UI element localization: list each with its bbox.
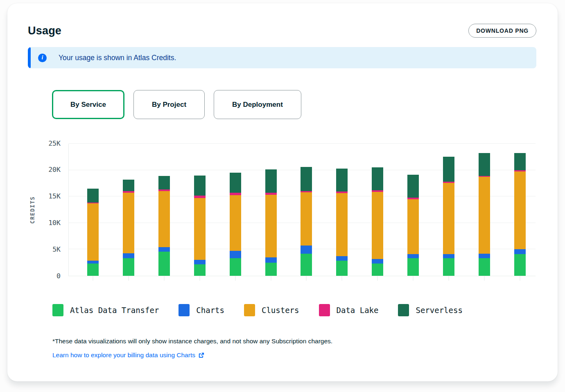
bar-segment-clusters[interactable]	[265, 195, 277, 257]
external-link-icon	[198, 352, 204, 358]
bar-segment-charts[interactable]	[230, 251, 241, 258]
x-tick	[271, 276, 271, 281]
bar-segment-serverless[interactable]	[479, 153, 490, 176]
bar-segment-serverless[interactable]	[301, 167, 312, 191]
tab-by-project[interactable]: By Project	[133, 90, 205, 119]
bar-stack[interactable]	[87, 144, 99, 276]
bar-stack[interactable]	[230, 144, 241, 276]
x-tick	[199, 276, 200, 281]
x-tick	[93, 276, 93, 281]
bar-stack[interactable]	[514, 144, 526, 276]
bar-segment-atlas-data-transfer[interactable]	[158, 252, 170, 276]
y-tick-label: 15K	[48, 193, 61, 200]
tab-by-deployment[interactable]: By Deployment	[214, 90, 301, 119]
banner-message: Your usage is shown in Atlas Credits.	[59, 54, 176, 62]
bar-segment-charts[interactable]	[87, 261, 99, 264]
billing-data-charts-link[interactable]: Learn how to explore your billing data u…	[52, 351, 204, 359]
card-header: Usage DOWNLOAD PNG	[7, 3, 558, 38]
y-axis: 05K10K15K20K25K	[7, 144, 61, 276]
bar-segment-charts[interactable]	[372, 259, 383, 264]
bar-stack[interactable]	[194, 144, 206, 276]
bar-segment-atlas-data-transfer[interactable]	[407, 258, 419, 276]
plot-area	[68, 144, 536, 276]
bar-stack[interactable]	[372, 144, 383, 276]
bar-segment-atlas-data-transfer[interactable]	[123, 258, 134, 276]
x-tick	[235, 276, 235, 281]
bar-segment-clusters[interactable]	[301, 192, 312, 246]
tab-by-service[interactable]: By Service	[52, 90, 124, 119]
bar-segment-atlas-data-transfer[interactable]	[372, 264, 383, 276]
bar-segment-atlas-data-transfer[interactable]	[336, 261, 348, 276]
bar-segment-clusters[interactable]	[87, 203, 99, 261]
bar-segment-atlas-data-transfer[interactable]	[87, 264, 99, 276]
bar-segment-charts[interactable]	[479, 254, 490, 258]
bar-segment-charts[interactable]	[265, 257, 277, 263]
bar-segment-charts[interactable]	[336, 256, 348, 260]
bar-segment-serverless[interactable]	[372, 167, 383, 190]
bar-stack[interactable]	[443, 144, 454, 276]
bar-segment-clusters[interactable]	[479, 177, 490, 253]
footnote: *These data visualizations will only sho…	[52, 338, 558, 345]
bar-segment-clusters[interactable]	[372, 192, 383, 259]
bar-segment-atlas-data-transfer[interactable]	[194, 264, 206, 276]
legend-item-clusters[interactable]: Clusters	[244, 304, 299, 316]
bar-segment-serverless[interactable]	[336, 169, 348, 191]
bar-segment-atlas-data-transfer[interactable]	[479, 258, 490, 276]
bar-segment-atlas-data-transfer[interactable]	[230, 258, 241, 276]
bar-stack[interactable]	[123, 144, 134, 276]
bar-segment-charts[interactable]	[194, 260, 206, 264]
bar-stack[interactable]	[158, 144, 170, 276]
bar-segment-clusters[interactable]	[230, 195, 241, 251]
download-png-button[interactable]: DOWNLOAD PNG	[468, 24, 536, 38]
legend-item-atlas-data-transfer[interactable]: Atlas Data Transfer	[52, 304, 159, 316]
bar-segment-atlas-data-transfer[interactable]	[265, 263, 277, 276]
bar-segment-serverless[interactable]	[87, 189, 99, 203]
bar-segment-charts[interactable]	[301, 246, 312, 253]
legend-label-serverless: Serverless	[416, 306, 462, 315]
bar-segment-serverless[interactable]	[407, 175, 419, 198]
bar-stack[interactable]	[407, 144, 419, 276]
bar-segment-serverless[interactable]	[230, 173, 241, 192]
bar-segment-clusters[interactable]	[514, 171, 526, 249]
y-tick-label: 10K	[48, 220, 61, 227]
bar-segment-serverless[interactable]	[514, 153, 526, 170]
bar-stack[interactable]	[336, 144, 348, 276]
bar-segment-clusters[interactable]	[123, 193, 134, 253]
bar-segment-atlas-data-transfer[interactable]	[443, 258, 454, 276]
page-title: Usage	[28, 25, 61, 37]
bar-segment-atlas-data-transfer[interactable]	[301, 254, 312, 276]
bar-segment-serverless[interactable]	[194, 176, 206, 196]
view-tabs: By Service By Project By Deployment	[52, 90, 558, 119]
bar-segment-clusters[interactable]	[443, 183, 454, 254]
bar-segment-clusters[interactable]	[158, 191, 170, 248]
bar-segment-charts[interactable]	[407, 254, 419, 258]
bar-segment-charts[interactable]	[514, 249, 526, 254]
bar-segment-serverless[interactable]	[443, 157, 454, 182]
usage-card: Usage DOWNLOAD PNG i Your usage is shown…	[7, 3, 558, 381]
bar-stack[interactable]	[265, 144, 277, 276]
usage-chart: CREDITS 05K10K15K20K25K	[7, 144, 558, 281]
bar-segment-charts[interactable]	[123, 253, 134, 258]
legend-label-atlas-data-transfer: Atlas Data Transfer	[70, 306, 159, 315]
x-tick	[128, 276, 129, 281]
link-label: Learn how to explore your billing data u…	[52, 351, 195, 359]
legend-swatch-clusters	[244, 304, 255, 316]
x-tick	[413, 276, 414, 281]
bar-segment-charts[interactable]	[158, 247, 170, 251]
legend-item-serverless[interactable]: Serverless	[398, 304, 462, 316]
bar-segment-serverless[interactable]	[123, 180, 134, 191]
x-tick	[449, 276, 449, 281]
legend-label-data-lake: Data Lake	[337, 306, 379, 315]
bar-segment-atlas-data-transfer[interactable]	[514, 254, 526, 276]
bar-segment-clusters[interactable]	[336, 193, 348, 256]
bar-stack[interactable]	[301, 144, 312, 276]
bar-segment-serverless[interactable]	[265, 169, 277, 193]
legend-swatch-charts	[179, 304, 190, 316]
bar-segment-clusters[interactable]	[407, 199, 419, 254]
legend-item-data-lake[interactable]: Data Lake	[319, 304, 379, 316]
legend-item-charts[interactable]: Charts	[179, 304, 224, 316]
bar-segment-clusters[interactable]	[194, 198, 206, 260]
bar-segment-charts[interactable]	[443, 254, 454, 258]
bar-segment-serverless[interactable]	[158, 176, 170, 190]
bar-stack[interactable]	[479, 144, 490, 276]
